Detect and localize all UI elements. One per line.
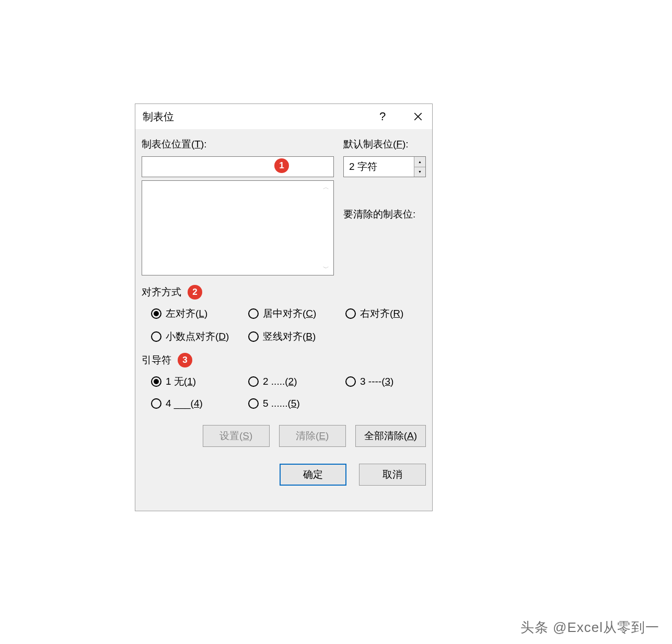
alignment-options: 左对齐(L) 居中对齐(C) 右对齐(R) 小数点对齐(D) 竖线对齐(B)	[142, 307, 426, 343]
radio-align-center[interactable]: 居中对齐(C)	[248, 307, 345, 320]
default-tab-value[interactable]: 2 字符	[344, 157, 414, 177]
radio-align-decimal[interactable]: 小数点对齐(D)	[151, 330, 248, 343]
radio-leader-2[interactable]: 2 .....(2)	[248, 375, 345, 388]
help-icon[interactable]: ?	[375, 109, 390, 124]
watermark: 头条 @Excel从零到一	[520, 618, 659, 637]
radio-leader-4[interactable]: 4 ___(4)	[151, 398, 248, 409]
radio-leader-5[interactable]: 5 ......(5)	[248, 398, 345, 409]
radio-align-bar[interactable]: 竖线对齐(B)	[248, 330, 345, 343]
ok-button[interactable]: 确定	[280, 464, 346, 486]
dialog-buttons: 确定 取消	[142, 464, 426, 486]
radio-leader-1[interactable]: 1 无(1)	[151, 375, 248, 388]
spinner-up-icon[interactable]: ▲	[414, 157, 425, 167]
tab-position-listbox[interactable]: ︿ ﹀	[142, 180, 334, 275]
radio-leader-3[interactable]: 3 ----(3)	[345, 375, 429, 388]
radio-align-right[interactable]: 右对齐(R)	[345, 307, 429, 320]
clear-all-button[interactable]: 全部清除(A)	[355, 425, 426, 447]
leader-options: 1 无(1) 2 .....(2) 3 ----(3) 4 ___(4) 5 .…	[142, 375, 426, 409]
clear-button[interactable]: 清除(E)	[279, 425, 346, 447]
tabs-dialog: 制表位 ? 1 制表位位置(T): ︿ ﹀ 默	[135, 104, 433, 511]
alignment-section-label: 对齐方式 2	[142, 285, 426, 300]
badge-3: 3	[178, 353, 192, 367]
dialog-body: 1 制表位位置(T): ︿ ﹀ 默认制表位(F): 2 字符	[135, 129, 432, 511]
cancel-button[interactable]: 取消	[359, 464, 426, 486]
badge-1: 1	[274, 158, 289, 173]
badge-2: 2	[188, 285, 202, 300]
leader-section-label: 引导符 3	[142, 353, 426, 367]
close-icon[interactable]	[410, 109, 426, 124]
set-button[interactable]: 设置(S)	[203, 425, 270, 447]
tab-position-input[interactable]	[142, 156, 334, 177]
action-buttons: 设置(S) 清除(E) 全部清除(A)	[142, 425, 426, 447]
scroll-down-icon[interactable]: ﹀	[323, 264, 329, 273]
tab-position-label: 制表位位置(T):	[142, 137, 334, 151]
listbox-scrollbar[interactable]: ︿ ﹀	[319, 181, 333, 275]
spinner-down-icon[interactable]: ▼	[414, 167, 425, 177]
default-tab-spinner[interactable]: 2 字符 ▲ ▼	[343, 156, 426, 177]
titlebar: 制表位 ?	[135, 104, 432, 129]
dialog-title: 制表位	[143, 110, 174, 124]
radio-align-left[interactable]: 左对齐(L)	[151, 307, 248, 320]
default-tab-label: 默认制表位(F):	[343, 137, 426, 151]
clear-tabs-label: 要清除的制表位:	[343, 208, 426, 221]
titlebar-controls: ?	[375, 109, 426, 124]
scroll-up-icon[interactable]: ︿	[323, 183, 329, 192]
